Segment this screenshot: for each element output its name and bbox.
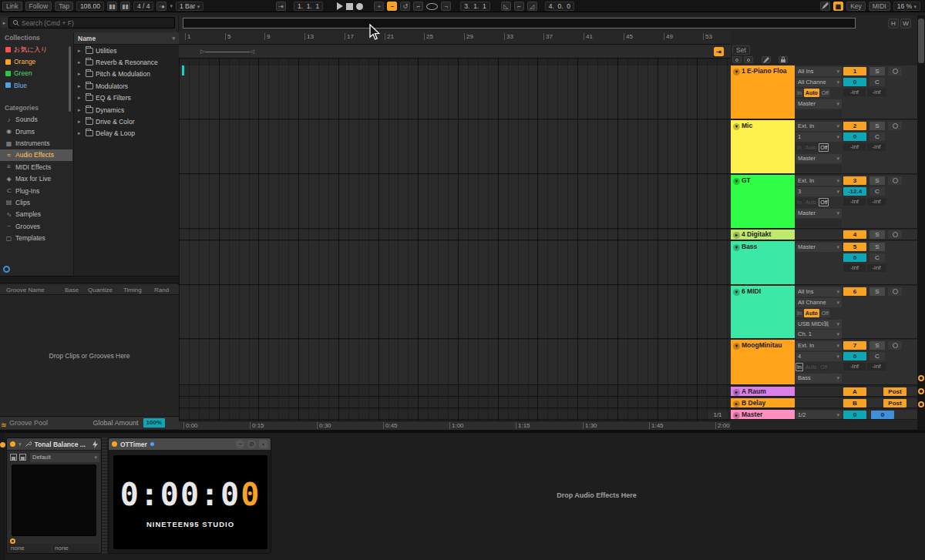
draw-mode-icon[interactable] (820, 2, 830, 11)
sidebar-item-clips[interactable]: ▤Clips (0, 196, 72, 208)
punch-in-switch-icon[interactable]: ◺ (501, 2, 511, 11)
computer-midi-keyboard-icon[interactable]: ▦ (833, 2, 843, 11)
preview-icon[interactable] (3, 266, 10, 273)
track-name-block[interactable]: ▾GT (731, 175, 795, 228)
quantize-menu[interactable]: 1 Bar ▾ (176, 2, 204, 11)
punch-in-icon[interactable]: ⌐ (413, 2, 423, 11)
groove-pool-toggle-icon[interactable]: ≋ (1, 421, 7, 429)
arm-button[interactable] (888, 67, 902, 75)
solo-button[interactable]: S (870, 243, 885, 251)
loop-start-display[interactable]: 3. 1. 1 (460, 2, 489, 11)
folder-row-delay[interactable]: ▸Delay & Loop (74, 128, 179, 139)
browser-groove-divider[interactable] (0, 276, 179, 283)
return-header-a[interactable]: ▸A Raum A Post (731, 387, 917, 397)
solo-button[interactable]: S (870, 122, 885, 130)
grid-size-value[interactable]: 1/1 (708, 411, 728, 419)
volume-field[interactable]: 0 (843, 352, 866, 360)
lane-return-a[interactable] (179, 387, 731, 397)
track-fold-icon[interactable]: ▸ (733, 412, 740, 419)
plugin-led-icon[interactable] (10, 538, 15, 544)
link-button[interactable]: Link (2, 2, 22, 11)
input-type-chooser[interactable]: All Ins▾ (796, 67, 842, 76)
device-activator-icon[interactable] (112, 441, 117, 447)
folder-row-utilities[interactable]: ▸Utilities (74, 45, 179, 56)
master-volume-field[interactable]: 0 (871, 411, 894, 419)
device-fold-icon[interactable]: ▾ (18, 441, 22, 448)
disclosure-icon[interactable]: ▸ (78, 71, 83, 77)
tempo-field[interactable]: 108.00 (76, 2, 104, 11)
param-slot-a[interactable]: none (8, 544, 51, 553)
hot-swap-icon[interactable] (92, 441, 98, 448)
deactivate-plugin-button[interactable]: ∅ (247, 440, 256, 448)
arm-button[interactable] (888, 122, 902, 130)
volume-field[interactable]: 0 (843, 253, 866, 262)
metronome-menu-icon[interactable]: ▾ (170, 3, 173, 9)
lane-epiano[interactable] (179, 65, 731, 119)
track-fold-icon[interactable]: ▸ (733, 232, 740, 239)
key-map-button[interactable]: Key (846, 2, 866, 11)
track-name-block[interactable]: ▾Mic (731, 120, 795, 173)
input-type-chooser[interactable]: Ext. In▾ (796, 341, 842, 350)
arrangement-overview-strip[interactable] (183, 18, 856, 29)
device-activator-icon[interactable] (10, 441, 15, 447)
output-chooser[interactable]: Master▾ (796, 243, 842, 252)
cue-out-chooser[interactable]: 1/2▾ (796, 411, 842, 419)
sidebar-item-templates[interactable]: ▢Templates (0, 232, 72, 243)
track-activator[interactable]: 3 (843, 176, 866, 185)
next-automation-button[interactable] (744, 56, 753, 63)
follow-arrow-icon[interactable]: ⇥ (276, 2, 286, 11)
nudge-up-icon[interactable]: ▮▮ (120, 2, 130, 11)
filter-caret-icon[interactable]: ▾ (172, 32, 175, 44)
track-name-block[interactable]: ▸Master (731, 410, 795, 419)
time-signature-field[interactable]: 4 / 4 (133, 2, 154, 11)
input-channel-chooser[interactable]: All Channe▾ (796, 78, 842, 87)
groove-col-name[interactable]: Groove Name (6, 287, 45, 293)
draw-automation-icon[interactable] (762, 56, 771, 63)
device-ottimer[interactable]: OTTimer − ∅ ▪ 0:00:00 NINETEEN95 STUDIO (108, 438, 271, 554)
sidebar-item-max-for-live[interactable]: ◈Max for Live (0, 173, 72, 185)
track-header-epiano[interactable]: ▾1 E-Piano Floa All Ins▾ All Channe▾ InA… (731, 65, 917, 119)
groove-col-timing[interactable]: Timing (123, 287, 142, 293)
pre-post-toggle[interactable]: Post (883, 399, 906, 407)
monitor-switch[interactable]: InAutoOff (796, 198, 829, 206)
sidebar-item-audio-effects[interactable]: ≈Audio Effects (0, 149, 72, 161)
arm-button[interactable] (888, 176, 902, 185)
metronome-button[interactable]: ◦● (156, 2, 166, 11)
track-fold-icon[interactable]: ▾ (733, 343, 740, 350)
return-activator[interactable]: B (843, 399, 866, 407)
punch-out-switch-icon[interactable]: ◿ (527, 2, 537, 11)
disclosure-icon[interactable]: ▸ (78, 59, 83, 65)
record-button[interactable] (356, 3, 363, 10)
track-fold-icon[interactable]: ▾ (733, 244, 740, 251)
set-loop-button[interactable]: Set (732, 45, 750, 55)
solo-button[interactable]: S (870, 230, 885, 239)
disclosure-icon[interactable]: ▸ (78, 83, 83, 89)
browser-search[interactable] (8, 17, 175, 29)
disclosure-icon[interactable]: ▸ (78, 130, 83, 136)
input-channel-chooser[interactable]: 1▾ (796, 132, 842, 142)
device-tonal-balance[interactable]: ▾ Tonal Balance ... Default▾ none none (6, 438, 102, 554)
save-bank-icon[interactable] (19, 454, 26, 461)
track-header-bass[interactable]: ▾Bass Master▾ 5 S 0 C -inf -inf (731, 241, 917, 285)
wrench-icon[interactable] (25, 441, 32, 448)
stop-button[interactable] (346, 3, 353, 10)
output-chooser[interactable]: Master▾ (796, 209, 842, 218)
sidebar-item-plugins[interactable]: ⊂Plug-Ins (0, 185, 72, 196)
input-channel-chooser[interactable]: 4▾ (796, 352, 842, 361)
folder-row-modulators[interactable]: ▸Modulators (74, 80, 179, 92)
monitor-switch[interactable]: InAutoOff (796, 363, 829, 371)
scrub-marker-strip[interactable] (179, 45, 731, 59)
input-type-chooser[interactable]: All Ins▾ (796, 287, 842, 297)
groove-pool-drop-area[interactable]: Drop Clips or Grooves Here (0, 295, 179, 416)
monitor-switch[interactable]: InAutoOff (796, 309, 830, 317)
cue-volume-field[interactable]: 0 (843, 411, 866, 419)
tap-tempo-button[interactable]: Tap (55, 2, 73, 11)
sidebar-item-midi-effects[interactable]: ≡MIDI Effects (0, 161, 72, 173)
arrangement-loop-marker[interactable]: ▷◁ (200, 48, 254, 55)
track-fold-icon[interactable]: ▾ (733, 69, 740, 75)
track-fold-icon[interactable]: ▾ (733, 178, 740, 185)
output-chooser[interactable]: Master▾ (796, 99, 842, 109)
track-name-block[interactable]: ▾Bass (731, 241, 795, 284)
prev-automation-button[interactable] (732, 56, 742, 63)
vertical-scrollbar[interactable] (918, 18, 924, 63)
